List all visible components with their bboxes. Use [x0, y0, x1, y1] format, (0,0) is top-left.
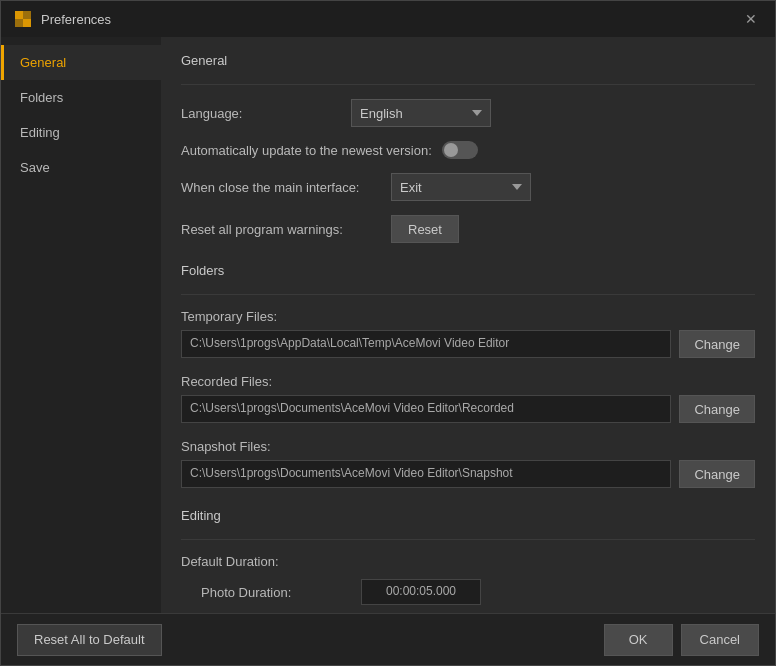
recorded-files-change-button[interactable]: Change: [679, 395, 755, 423]
close-button[interactable]: ✕: [739, 10, 763, 28]
reset-warnings-row: Reset all program warnings: Reset: [181, 215, 755, 243]
general-section-title: General: [181, 53, 755, 72]
photo-duration-value: 00:00:05.000: [361, 579, 481, 605]
preferences-dialog: Preferences ✕ General Folders Editing Sa…: [0, 0, 776, 666]
dialog-title: Preferences: [41, 12, 111, 27]
language-row: Language: English Chinese French German …: [181, 99, 755, 127]
recorded-files-path: C:\Users\1progs\Documents\AceMovi Video …: [181, 395, 671, 423]
title-bar-left: Preferences: [13, 9, 111, 29]
folders-section-title: Folders: [181, 263, 755, 282]
snapshot-files-label: Snapshot Files:: [181, 439, 755, 454]
sidebar-label-folders: Folders: [20, 90, 63, 105]
recorded-files-label: Recorded Files:: [181, 374, 755, 389]
auto-update-row: Automatically update to the newest versi…: [181, 141, 755, 159]
temp-files-row: Temporary Files: C:\Users\1progs\AppData…: [181, 309, 755, 358]
sidebar-item-folders[interactable]: Folders: [1, 80, 161, 115]
recorded-files-input-row: C:\Users\1progs\Documents\AceMovi Video …: [181, 395, 755, 423]
snapshot-files-row: Snapshot Files: C:\Users\1progs\Document…: [181, 439, 755, 488]
snapshot-files-change-button[interactable]: Change: [679, 460, 755, 488]
toggle-slider: [442, 141, 478, 159]
sidebar-label-editing: Editing: [20, 125, 60, 140]
svg-marker-0: [15, 11, 23, 19]
footer-right: OK Cancel: [604, 624, 759, 656]
ok-button[interactable]: OK: [604, 624, 673, 656]
reset-warnings-label: Reset all program warnings:: [181, 222, 381, 237]
content-area: General Language: English Chinese French…: [161, 37, 775, 613]
svg-marker-3: [23, 19, 31, 27]
general-divider: [181, 84, 755, 85]
title-bar: Preferences ✕: [1, 1, 775, 37]
app-logo-icon: [13, 9, 33, 29]
sidebar-label-general: General: [20, 55, 66, 70]
auto-update-toggle[interactable]: [442, 141, 478, 159]
footer: Reset All to Default OK Cancel: [1, 613, 775, 665]
svg-marker-1: [23, 11, 31, 19]
language-label: Language:: [181, 106, 341, 121]
temp-files-change-button[interactable]: Change: [679, 330, 755, 358]
photo-duration-label: Photo Duration:: [201, 585, 361, 600]
temp-files-input-row: C:\Users\1progs\AppData\Local\Temp\AceMo…: [181, 330, 755, 358]
reset-warnings-button[interactable]: Reset: [391, 215, 459, 243]
svg-marker-2: [15, 19, 23, 27]
photo-duration-row: Photo Duration: 00:00:05.000: [181, 579, 755, 605]
close-action-dropdown[interactable]: Exit Minimize to tray Ask me: [391, 173, 531, 201]
sidebar-item-editing[interactable]: Editing: [1, 115, 161, 150]
recorded-files-row: Recorded Files: C:\Users\1progs\Document…: [181, 374, 755, 423]
reset-all-button[interactable]: Reset All to Default: [17, 624, 162, 656]
default-duration-title: Default Duration:: [181, 554, 755, 569]
editing-section: Editing Default Duration: Photo Duration…: [181, 508, 755, 613]
close-action-label: When close the main interface:: [181, 180, 381, 195]
temp-files-label: Temporary Files:: [181, 309, 755, 324]
cancel-button[interactable]: Cancel: [681, 624, 759, 656]
footer-left: Reset All to Default: [17, 624, 162, 656]
auto-update-label: Automatically update to the newest versi…: [181, 143, 432, 158]
general-section: General Language: English Chinese French…: [181, 53, 755, 243]
sidebar-label-save: Save: [20, 160, 50, 175]
editing-section-title: Editing: [181, 508, 755, 527]
folders-divider: [181, 294, 755, 295]
snapshot-files-path: C:\Users\1progs\Documents\AceMovi Video …: [181, 460, 671, 488]
temp-files-path: C:\Users\1progs\AppData\Local\Temp\AceMo…: [181, 330, 671, 358]
sidebar: General Folders Editing Save: [1, 37, 161, 613]
folders-section: Folders Temporary Files: C:\Users\1progs…: [181, 263, 755, 488]
language-dropdown[interactable]: English Chinese French German Spanish: [351, 99, 491, 127]
snapshot-files-input-row: C:\Users\1progs\Documents\AceMovi Video …: [181, 460, 755, 488]
sidebar-item-general[interactable]: General: [1, 45, 161, 80]
editing-divider: [181, 539, 755, 540]
close-action-row: When close the main interface: Exit Mini…: [181, 173, 755, 201]
sidebar-item-save[interactable]: Save: [1, 150, 161, 185]
main-content: General Folders Editing Save General Lan…: [1, 37, 775, 613]
